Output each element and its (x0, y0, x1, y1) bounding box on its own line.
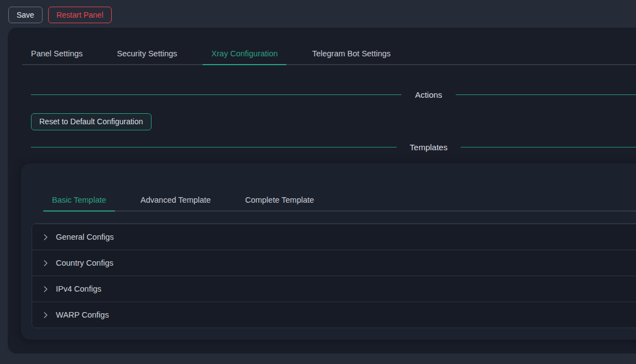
accordion-item-label: WARP Configs (56, 310, 109, 319)
accordion-item-ipv4-configs[interactable]: IPv4 Configs (32, 276, 636, 302)
tab-panel-settings[interactable]: Panel Settings (22, 43, 92, 64)
tab-security-settings[interactable]: Security Settings (108, 43, 186, 64)
accordion-item-label: IPv4 Configs (56, 284, 101, 293)
tab-label: Xray Configuration (211, 49, 278, 58)
templates-section-title: Templates (397, 143, 461, 152)
actions-section-divider: Actions (31, 90, 636, 99)
restart-panel-button[interactable]: Restart Panel (48, 7, 112, 23)
tab-label: Security Settings (117, 49, 178, 58)
chevron-right-icon (42, 260, 49, 267)
settings-page: Save Restart Panel Panel Settings Securi… (0, 0, 636, 364)
template-tab-label: Advanced Template (140, 196, 211, 204)
tab-label: Telegram Bot Settings (312, 49, 390, 58)
accordion-item-warp-configs[interactable]: WARP Configs (32, 302, 636, 328)
templates-card: Basic Template Advanced Template Complet… (21, 163, 636, 340)
template-tab-complete-template[interactable]: Complete Template (236, 189, 323, 210)
accordion-item-label: Country Configs (56, 259, 113, 267)
template-tab-label: Complete Template (245, 196, 314, 204)
accordion-item-country-configs[interactable]: Country Configs (32, 250, 636, 276)
tab-telegram-bot-settings[interactable]: Telegram Bot Settings (303, 43, 399, 64)
config-accordion: General Configs Country Configs (32, 223, 636, 328)
template-tab-basic-template[interactable]: Basic Template (43, 189, 115, 210)
settings-card: Panel Settings Security Settings Xray Co… (8, 28, 636, 354)
templates-section-divider: Templates (31, 143, 636, 152)
settings-tab-bar: Panel Settings Security Settings Xray Co… (22, 43, 636, 65)
save-button[interactable]: Save (8, 7, 43, 23)
template-tab-label: Basic Template (52, 196, 106, 204)
accordion-item-general-configs[interactable]: General Configs (32, 224, 636, 250)
chevron-right-icon (42, 234, 49, 241)
divider-line (31, 94, 402, 95)
accordion-item-label: General Configs (56, 233, 114, 241)
divider-line (456, 94, 636, 95)
divider-line (461, 147, 636, 147)
actions-section-title: Actions (402, 90, 455, 99)
tab-xray-configuration[interactable]: Xray Configuration (202, 43, 286, 64)
tab-label: Panel Settings (31, 49, 83, 58)
divider-line (31, 147, 397, 147)
template-tab-advanced-template[interactable]: Advanced Template (132, 189, 220, 210)
template-tab-bar: Basic Template Advanced Template Complet… (43, 189, 636, 212)
chevron-right-icon (42, 286, 49, 293)
reset-default-config-button[interactable]: Reset to Default Configuration (31, 113, 152, 130)
top-action-bar: Save Restart Panel (8, 7, 112, 23)
chevron-right-icon (42, 312, 49, 319)
